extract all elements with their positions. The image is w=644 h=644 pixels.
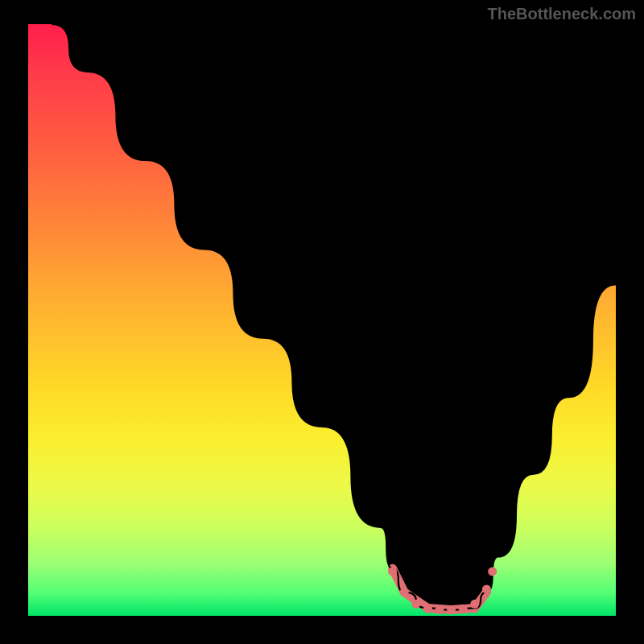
- highlight-dot: [423, 605, 432, 613]
- watermark-text: TheBottleneck.com: [488, 5, 636, 23]
- highlight-dot: [436, 605, 444, 614]
- highlight-dot: [470, 600, 479, 609]
- highlight-dot: [447, 605, 456, 614]
- highlight-dot: [488, 567, 497, 576]
- highlight-dot: [411, 600, 420, 609]
- highlight-dot: [400, 588, 409, 597]
- highlight-dot: [482, 584, 491, 593]
- highlight-dot: [388, 567, 397, 576]
- curve-layer: [28, 24, 616, 616]
- plot-area: [28, 24, 616, 616]
- bottleneck-curve: [52, 24, 616, 610]
- highlight-dot: [459, 605, 468, 613]
- chart-container: TheBottleneck.com: [0, 0, 644, 644]
